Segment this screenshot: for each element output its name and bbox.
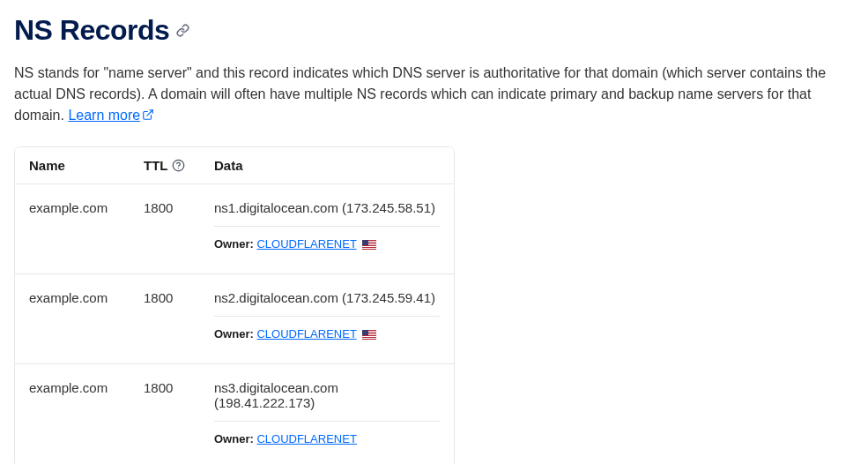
us-flag-icon bbox=[362, 329, 376, 342]
external-link-icon bbox=[142, 106, 154, 127]
svg-rect-15 bbox=[362, 338, 376, 339]
owner-link[interactable]: CLOUDFLARENET bbox=[256, 327, 356, 341]
owner-link[interactable]: CLOUDFLARENET bbox=[256, 432, 356, 445]
cell-data: ns3.digitalocean.com (198.41.222.173) Ow… bbox=[200, 364, 454, 464]
cell-data: ns2.digitalocean.com (173.245.59.41) Own… bbox=[200, 274, 454, 364]
table-row: example.com 1800 ns2.digitalocean.com (1… bbox=[15, 274, 454, 364]
column-header-name: Name bbox=[15, 147, 130, 184]
ns-data-value: ns2.digitalocean.com (173.245.59.41) bbox=[214, 290, 440, 317]
ns-records-table: Name TTL Data example.com 1800 bbox=[14, 146, 455, 464]
cell-ttl: 1800 bbox=[130, 184, 200, 274]
column-header-data: Data bbox=[200, 147, 454, 184]
question-circle-icon[interactable] bbox=[172, 159, 185, 172]
svg-rect-8 bbox=[362, 248, 376, 249]
table-row: example.com 1800 ns1.digitalocean.com (1… bbox=[15, 184, 454, 274]
owner-label: Owner: bbox=[214, 237, 254, 251]
permalink-icon[interactable] bbox=[176, 24, 189, 37]
description-text: NS stands for "name server" and this rec… bbox=[14, 63, 854, 127]
svg-line-0 bbox=[147, 110, 152, 116]
svg-rect-14 bbox=[362, 336, 376, 337]
owner-link[interactable]: CLOUDFLARENET bbox=[256, 237, 356, 251]
column-header-ttl: TTL bbox=[130, 147, 200, 184]
cell-data: ns1.digitalocean.com (173.245.58.51) Own… bbox=[200, 184, 454, 274]
svg-rect-16 bbox=[362, 330, 368, 335]
table-row: example.com 1800 ns3.digitalocean.com (1… bbox=[15, 364, 454, 464]
svg-rect-9 bbox=[362, 240, 368, 245]
owner-label: Owner: bbox=[214, 432, 254, 445]
cell-name: example.com bbox=[15, 274, 130, 364]
ns-data-value: ns1.digitalocean.com (173.245.58.51) bbox=[214, 200, 440, 227]
svg-rect-7 bbox=[362, 246, 376, 247]
us-flag-icon bbox=[362, 239, 376, 252]
page-title: NS Records bbox=[14, 14, 169, 47]
cell-name: example.com bbox=[15, 364, 130, 464]
cell-ttl: 1800 bbox=[130, 364, 200, 464]
learn-more-link[interactable]: Learn more bbox=[68, 108, 140, 123]
ns-data-value: ns3.digitalocean.com (198.41.222.173) bbox=[214, 380, 440, 422]
cell-name: example.com bbox=[15, 184, 130, 274]
owner-label: Owner: bbox=[214, 327, 254, 341]
cell-ttl: 1800 bbox=[130, 274, 200, 364]
